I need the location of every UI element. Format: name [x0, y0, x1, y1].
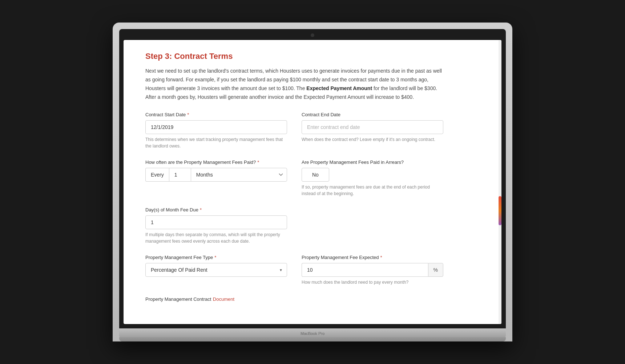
required-asterisk-freq: *	[257, 159, 259, 165]
contract-start-date-input[interactable]	[145, 120, 287, 134]
fee-type-select-wrapper: Percentage Of Paid Rent Fixed Amount Per…	[145, 263, 287, 277]
document-link[interactable]: Document	[213, 296, 234, 302]
document-row: Property Management Contract Document	[145, 296, 443, 302]
days-due-input[interactable]	[145, 215, 287, 229]
document-group: Property Management Contract Document	[145, 296, 287, 302]
step-title: Step 3: Contract Terms	[145, 52, 443, 61]
fee-expected-label: Property Management Fee Expected*	[302, 255, 443, 260]
arrears-label: Are Property Management Fees Paid in Arr…	[302, 159, 443, 165]
required-asterisk-type: *	[214, 255, 216, 260]
payment-frequency-group: How often are the Property Management Fe…	[145, 159, 287, 197]
days-due-hint: If multiple days then separate by commas…	[145, 231, 287, 244]
days-due-row: Day(s) of Month Fee Due* If multiple day…	[145, 207, 443, 244]
description-text: Next we need to set up the landlord's co…	[145, 67, 443, 101]
fee-expected-input-group: %	[302, 263, 443, 277]
days-due-group: Day(s) of Month Fee Due* If multiple day…	[145, 207, 287, 244]
laptop-bottom	[119, 337, 506, 341]
contract-end-date-label: Contract End Date	[302, 112, 443, 117]
fee-expected-group: Property Management Fee Expected* % How …	[302, 255, 443, 286]
fee-expected-hint: How much does the landlord need to pay e…	[302, 279, 443, 286]
frequency-arrears-row: How often are the Property Management Fe…	[145, 159, 443, 197]
laptop-base: MacBook Pro	[119, 328, 506, 337]
contract-start-date-hint: This determines when we start tracking p…	[145, 136, 287, 149]
dates-row: Contract Start Date* This determines whe…	[145, 112, 443, 149]
arrears-button[interactable]: No	[302, 168, 329, 182]
fee-unit-label: %	[428, 263, 443, 277]
fee-type-group: Property Management Fee Type* Percentage…	[145, 255, 287, 286]
days-due-label: Day(s) of Month Fee Due*	[145, 207, 287, 213]
fee-type-label: Property Management Fee Type*	[145, 255, 287, 260]
document-label: Property Management Contract	[145, 296, 211, 302]
fee-type-select[interactable]: Percentage Of Paid Rent Fixed Amount Per…	[145, 263, 287, 277]
fee-row: Property Management Fee Type* Percentage…	[145, 255, 443, 286]
required-asterisk-days: *	[200, 207, 202, 213]
payment-frequency-label: How often are the Property Management Fe…	[145, 159, 287, 165]
empty-col-2	[302, 296, 443, 302]
every-label: Every	[145, 168, 169, 182]
required-asterisk: *	[187, 112, 189, 117]
frequency-input-group: Every Months Weeks Days Years	[145, 168, 287, 182]
contract-start-date-group: Contract Start Date* This determines whe…	[145, 112, 287, 149]
required-asterisk-fee: *	[380, 255, 382, 260]
arrears-hint: If so, property management fees are due …	[302, 184, 443, 197]
contract-end-date-input[interactable]	[302, 120, 443, 134]
frequency-period-select[interactable]: Months Weeks Days Years	[191, 168, 287, 182]
arrears-group: Are Property Management Fees Paid in Arr…	[302, 159, 443, 197]
contract-start-date-label: Contract Start Date*	[145, 112, 287, 117]
contract-end-date-group: Contract End Date When does the contract…	[302, 112, 443, 149]
contract-end-date-hint: When does the contract end? Leave empty …	[302, 136, 443, 143]
empty-col	[302, 207, 443, 244]
frequency-number-input[interactable]	[169, 168, 191, 182]
fee-expected-input[interactable]	[302, 263, 428, 277]
